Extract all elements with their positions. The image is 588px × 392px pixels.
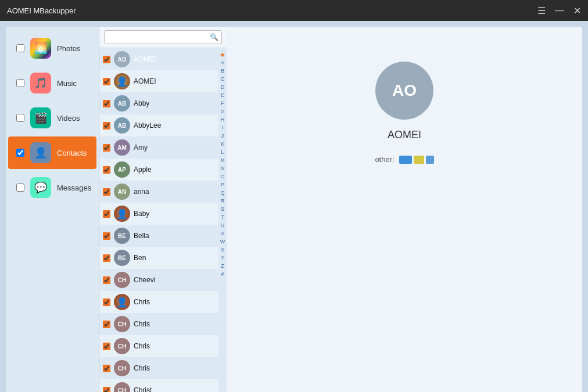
sidebar-checkbox-photos[interactable] — [16, 44, 24, 52]
alpha-X[interactable]: X — [221, 246, 224, 254]
contact-row[interactable]: 👤Baby — [99, 203, 218, 225]
sidebar-checkbox-music[interactable] — [16, 79, 24, 87]
contact-checkbox-9[interactable] — [103, 232, 110, 240]
alpha-R[interactable]: R — [221, 197, 225, 205]
alpha-S[interactable]: S — [221, 205, 224, 213]
contact-row[interactable]: ABAbbyLee — [99, 114, 218, 136]
alpha-A[interactable]: A — [221, 59, 224, 67]
alpha-C[interactable]: C — [221, 75, 225, 83]
contact-checkbox-4[interactable] — [103, 122, 110, 130]
alpha-W[interactable]: W — [220, 238, 225, 246]
contact-name-8: Baby — [134, 210, 149, 218]
sidebar-item-messages[interactable]: 💬Messages — [8, 171, 96, 204]
contact-name-3: Abby — [134, 99, 149, 107]
contact-checkbox-2[interactable] — [103, 78, 110, 85]
sidebar-checkbox-contacts[interactable] — [16, 149, 24, 157]
contact-row[interactable]: CHChrist — [99, 379, 218, 392]
contact-row[interactable]: AOAOMEI — [99, 48, 218, 70]
contact-row[interactable]: BEBella — [99, 225, 218, 247]
contact-checkbox-5[interactable] — [103, 144, 110, 152]
contact-checkbox-12[interactable] — [103, 299, 110, 306]
title-bar: AOMEI MBackupper ☰ — ✕ — [0, 0, 588, 21]
contact-checkbox-1[interactable] — [103, 56, 110, 63]
contact-name-15: Chris — [134, 364, 150, 372]
alpha-L[interactable]: L — [221, 148, 224, 156]
contact-row[interactable]: 👤Chris — [99, 291, 218, 313]
detail-color-bars — [399, 156, 434, 164]
alpha-U[interactable]: U — [221, 221, 225, 229]
contact-avatar-5: AM — [114, 139, 130, 156]
contact-name-6: Apple — [134, 166, 152, 174]
sidebar-label-messages: Messages — [57, 184, 91, 192]
alpha-F[interactable]: F — [221, 99, 224, 107]
sidebar-checkbox-videos[interactable] — [16, 114, 24, 122]
close-button[interactable]: ✕ — [573, 5, 581, 16]
contact-checkbox-10[interactable] — [103, 254, 110, 262]
contact-checkbox-16[interactable] — [103, 387, 110, 393]
color-bar-0 — [399, 156, 412, 164]
contact-row[interactable]: CHCheevi — [99, 269, 218, 291]
alpha-Z[interactable]: Z — [221, 262, 224, 270]
alpha-O[interactable]: O — [220, 172, 224, 181]
contact-checkbox-13[interactable] — [103, 321, 110, 328]
contact-checkbox-3[interactable] — [103, 100, 110, 107]
alpha-#[interactable]: # — [221, 270, 224, 278]
sidebar-item-photos[interactable]: 🌅Photos — [8, 32, 96, 64]
contact-row[interactable]: BEBen — [99, 247, 218, 269]
title-bar-left: AOMEI MBackupper — [7, 6, 76, 15]
alpha-H[interactable]: H — [221, 116, 225, 124]
sidebar-item-music[interactable]: 🎵Music — [8, 67, 96, 99]
contact-avatar-4: AB — [114, 117, 130, 134]
alpha-Y[interactable]: Y — [221, 254, 224, 262]
contact-checkbox-15[interactable] — [103, 365, 110, 372]
contact-name-1: AOMEI — [134, 55, 156, 63]
contact-name-7: anna — [134, 188, 149, 196]
contact-checkbox-8[interactable] — [103, 210, 110, 218]
contact-checkbox-6[interactable] — [103, 166, 110, 174]
contact-name-2: AOMEI — [134, 77, 156, 85]
contact-checkbox-11[interactable] — [103, 276, 110, 284]
alpha-I[interactable]: I — [222, 124, 224, 132]
sidebar-checkbox-messages[interactable] — [16, 184, 24, 192]
contact-name-11: Cheevi — [134, 276, 155, 284]
alpha-N[interactable]: N — [221, 164, 225, 172]
contact-row[interactable]: ABAbby — [99, 92, 218, 114]
alpha-M[interactable]: M — [220, 156, 225, 164]
alpha-E[interactable]: E — [221, 91, 224, 99]
contact-row[interactable]: APApple — [99, 159, 218, 181]
contact-checkbox-14[interactable] — [103, 343, 110, 350]
alpha-★[interactable]: ★ — [220, 51, 225, 59]
alpha-K[interactable]: K — [221, 140, 224, 148]
contact-name-4: AbbyLee — [134, 121, 161, 130]
app-body: 🌅Photos🎵Music🎬Videos👤Contacts💬Messages 🔍… — [0, 21, 588, 392]
contact-row[interactable]: 👤AOMEI — [99, 70, 218, 92]
contact-name-13: Chris — [134, 320, 150, 328]
alpha-index: ★ABCDEFGHIJKLMNOPQRSTUVWXYZ# — [218, 48, 227, 392]
contact-row[interactable]: CHChris — [99, 357, 218, 379]
sidebar-label-videos: Videos — [57, 114, 80, 123]
contact-list: AOAOMEI👤AOMEIABAbbyABAbbyLeeAMAmyAPApple… — [99, 48, 218, 392]
sidebar-item-videos[interactable]: 🎬Videos — [8, 102, 96, 134]
alpha-Q[interactable]: Q — [220, 189, 224, 197]
contact-row[interactable]: AMAmy — [99, 136, 218, 159]
alpha-V[interactable]: V — [221, 229, 224, 238]
contact-avatar-11: CH — [114, 272, 130, 288]
sidebar: 🌅Photos🎵Music🎬Videos👤Contacts💬Messages — [6, 27, 99, 392]
alpha-T[interactable]: T — [221, 213, 224, 221]
detail-avatar-initials: AO — [392, 81, 417, 100]
messages-icon: 💬 — [30, 177, 51, 198]
alpha-J[interactable]: J — [221, 132, 224, 140]
alpha-D[interactable]: D — [221, 83, 225, 91]
contact-checkbox-7[interactable] — [103, 188, 110, 196]
alpha-G[interactable]: G — [220, 107, 224, 116]
alpha-B[interactable]: B — [221, 67, 224, 75]
contact-row[interactable]: ANanna — [99, 181, 218, 203]
search-input[interactable] — [104, 30, 222, 44]
alpha-P[interactable]: P — [221, 181, 224, 189]
minimize-button[interactable]: — — [555, 5, 564, 16]
sidebar-item-contacts[interactable]: 👤Contacts — [8, 136, 96, 169]
menu-icon[interactable]: ☰ — [537, 5, 546, 16]
detail-panel: AO AOMEI other: — [227, 27, 582, 392]
contact-row[interactable]: CHChris — [99, 335, 218, 357]
contact-row[interactable]: CHChris — [99, 313, 218, 335]
